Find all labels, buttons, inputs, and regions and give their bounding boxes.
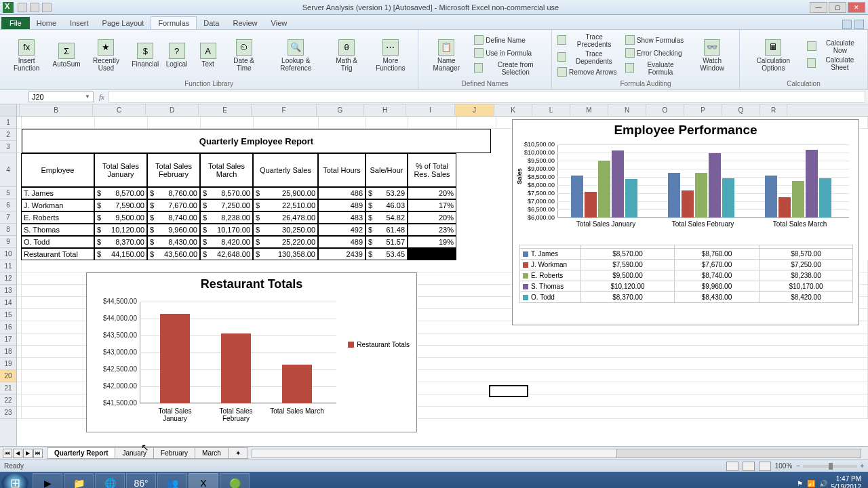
chart-legend: Restaurant Totals [348,341,410,348]
taskbar-app1[interactable]: 👥 [157,473,187,488]
sheet-nav-prev[interactable]: ◀ [13,449,22,458]
date-time-button[interactable]: ⏲Date & Time [225,38,263,73]
report-title: Quarterly Employee Report [22,129,491,153]
horizontal-scrollbar[interactable] [252,449,861,458]
create-from-selection-button[interactable]: Create from Selection [473,60,547,77]
autosum-button[interactable]: ΣAutoSum [52,41,81,69]
insert-function-button[interactable]: fxInsert Function [4,38,49,73]
close-button[interactable]: ✕ [848,2,865,13]
maximize-button[interactable]: ▢ [829,2,846,13]
financial-button[interactable]: $Financial [131,41,159,69]
tab-home[interactable]: Home [30,17,63,29]
text-button[interactable]: AText [194,41,222,69]
calculation-options-button[interactable]: 🖩Calculation Options [744,38,803,73]
tab-page-layout[interactable]: Page Layout [96,17,151,29]
tray-network-icon[interactable]: 📶 [807,480,815,487]
view-normal-button[interactable] [726,462,738,471]
lookup-button[interactable]: 🔍Lookup & Reference [266,38,326,73]
minimize-button[interactable]: — [810,2,827,13]
calculate-sheet-button[interactable]: Calculate Sheet [806,56,863,72]
tab-file[interactable]: File [1,17,30,29]
sheet-nav-first[interactable]: ⏮ [3,449,12,458]
define-name-button[interactable]: Define Name [473,35,547,47]
taskbar-clock[interactable]: 1:47 PM5/19/2012 [831,475,862,488]
more-functions-button[interactable]: ⋯More Functions [367,38,414,73]
sheet-nav-next[interactable]: ▶ [23,449,33,458]
trace-dependents-button[interactable]: Trace Dependents [556,49,621,66]
minimize-ribbon-icon[interactable] [842,20,852,29]
calc-now-icon [807,41,816,51]
group-calculation: Calculation [787,79,820,87]
chart-restaurant-totals[interactable]: Restaurant Totals Restaurant Totals $44,… [86,272,417,432]
select-all-corner[interactable] [0,104,16,117]
start-button[interactable] [1,473,28,488]
formula-bar: J20▼ fx [0,89,868,104]
selection-icon [474,63,483,73]
taskbar-weather[interactable]: 86° [126,473,156,488]
remove-arrows-button[interactable]: Remove Arrows [556,66,621,79]
tray-flag-icon[interactable]: ⚑ [797,480,803,487]
system-tray[interactable]: ⚑ 📶 🔊 1:47 PM5/19/2012 [797,475,867,488]
sheet-nav-last[interactable]: ⏭ [33,449,43,458]
recent-icon: ★ [98,39,114,56]
help-icon[interactable] [854,20,864,29]
tray-volume-icon[interactable]: 🔊 [819,480,827,487]
sheet-tab-bar: ⏮ ◀ ▶ ⏭ Quarterly Report January Februar… [0,446,868,460]
logical-button[interactable]: ?Logical [163,41,191,69]
trace-precedents-button[interactable]: Trace Precedents [556,33,621,49]
logical-icon: ? [169,43,185,59]
taskbar-app2[interactable]: 🟢 [220,473,250,488]
evaluate-formula-button[interactable]: Evaluate Formula [624,60,687,77]
window-titlebar: Server Analysis (version 1) [Autosaved] … [0,0,868,15]
calculate-now-button[interactable]: Calculate Now [806,39,863,55]
chart-employee-performance[interactable]: Employee Performance Sales $10,500.00$10… [512,119,859,325]
sheet-tab-february[interactable]: February [153,447,195,459]
watch-icon: 👓 [704,39,720,56]
tab-review[interactable]: Review [226,17,264,29]
save-icon[interactable] [18,3,27,12]
clock-icon: ⏲ [236,39,252,56]
status-ready: Ready [4,462,24,470]
quick-access-toolbar[interactable] [18,3,52,12]
sheet-tab-january[interactable]: January [115,447,154,459]
error-checking-button[interactable]: Error Checking [624,47,687,60]
window-title: Server Analysis (version 1) [Autosaved] … [52,3,810,12]
new-sheet-button[interactable]: ✦ [228,447,248,459]
tab-view[interactable]: View [264,17,294,29]
name-manager-button[interactable]: 📋Name Manager [422,38,470,73]
view-page-break-button[interactable] [759,462,771,471]
taskbar-media-player[interactable]: ▶ [33,473,62,488]
row-headers[interactable]: 1234567891011121314151617181920212223 [0,104,17,446]
show-formulas-button[interactable]: Show Formulas [624,35,687,47]
taskbar-chrome[interactable]: 🌐 [95,473,125,488]
watch-window-button[interactable]: 👓Watch Window [689,38,735,73]
taskbar-explorer[interactable]: 📁 [64,473,94,488]
spreadsheet-grid[interactable]: 1234567891011121314151617181920212223 BC… [0,104,868,446]
use-in-formula-button[interactable]: Use in Formula [473,47,547,60]
fx-small-icon [474,48,484,58]
redo-icon[interactable] [42,3,52,12]
sheet-tab-march[interactable]: March [195,447,229,459]
ribbon: fxInsert Function ΣAutoSum ★Recently Use… [0,30,868,89]
zoom-slider[interactable]: −+ [796,462,864,470]
formula-input[interactable] [108,91,865,103]
tab-insert[interactable]: Insert [63,17,96,29]
tag-icon [474,35,484,45]
eval-icon [625,63,634,73]
column-headers[interactable]: BCDEFGHIJKLMNOPQR [17,104,868,117]
fx-icon: fx [18,39,35,56]
fx-label-icon[interactable]: fx [95,93,108,101]
tab-formulas[interactable]: Formulas [151,16,197,29]
remove-icon [557,67,567,77]
name-box[interactable]: J20▼ [28,92,94,102]
windows-taskbar: ▶ 📁 🌐 86° 👥 X 🟢 ⚑ 📶 🔊 1:47 PM5/19/2012 [0,472,868,488]
tab-data[interactable]: Data [197,17,226,29]
taskbar-excel[interactable]: X [189,473,218,488]
undo-icon[interactable] [30,3,39,12]
math-trig-button[interactable]: θMath & Trig [329,38,365,73]
chevron-down-icon[interactable]: ▼ [85,94,90,100]
view-page-layout-button[interactable] [743,462,755,471]
recently-used-button[interactable]: ★Recently Used [84,38,128,73]
ribbon-tabs: File Home Insert Page Layout Formulas Da… [0,15,868,30]
sheet-tab-quarterly-report[interactable]: Quarterly Report [47,447,115,459]
